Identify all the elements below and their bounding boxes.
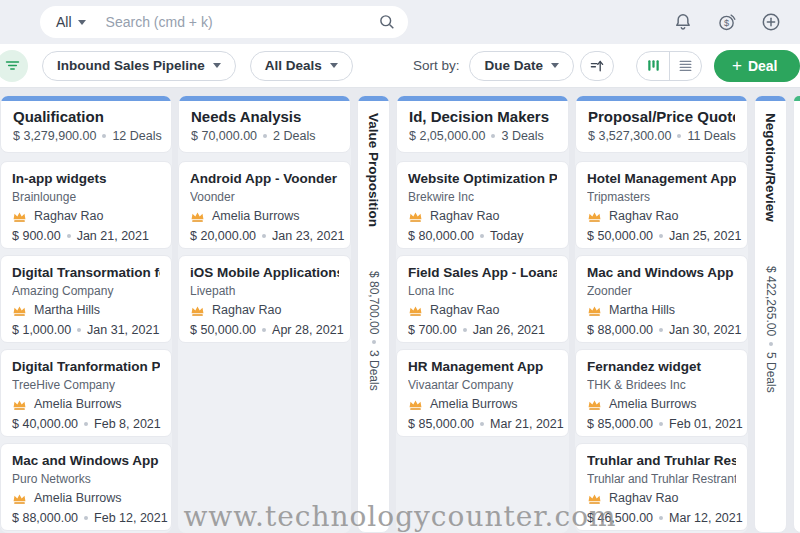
deal-card[interactable]: HR Management AppVivaantar CompanyAmelia…: [396, 349, 569, 437]
owner-crown-icon: [408, 304, 423, 317]
deal-owner: Martha Hills: [34, 303, 100, 317]
kanban-column-collapsed[interactable]: Value Proposition$ 80,700.003 Deals: [357, 95, 390, 533]
deal-amount: $ 20,000.00: [190, 229, 256, 243]
column-header[interactable]: Needs Analysis$ 70,000.002 Deals: [178, 95, 351, 153]
kanban-column-collapsed[interactable]: Negotion/Review$ 422,265.005 Deals: [754, 95, 787, 533]
deal-due-date: Jan 23, 2021: [272, 229, 344, 243]
deal-company: TreeHive Company: [12, 378, 160, 392]
owner-crown-icon: [12, 398, 27, 411]
column-title: Id, Decision Makers: [409, 108, 556, 125]
deal-title: Digital Tranformation Pr...: [12, 359, 160, 374]
column-amount: $ 80,700.00: [367, 271, 381, 334]
top-bar: All $: [0, 0, 800, 44]
plus-icon: +: [732, 57, 742, 74]
kanban-column-partial[interactable]: [793, 95, 800, 533]
deal-owner: Amelia Burrows: [609, 397, 697, 411]
column-title: Qualification: [13, 108, 159, 125]
owner-crown-icon: [190, 304, 205, 317]
kanban-column: Id, Decision Makers$ 2,05,000.003 DealsW…: [396, 95, 569, 533]
list-view-button[interactable]: [669, 52, 701, 80]
column-deal-count: 5 Deals: [764, 352, 778, 393]
column-deal-count: 12 Deals: [112, 129, 161, 143]
deal-amount: $ 40,000.00: [12, 417, 78, 431]
deal-company: Zoonder: [587, 284, 736, 298]
deal-title: Mac and Windows App f...: [12, 453, 160, 468]
deal-card[interactable]: Mac and Windows App f...Puro NetworksAme…: [0, 443, 172, 531]
column-amount: $ 3,527,300.00: [588, 129, 671, 143]
kanban-column: Needs Analysis$ 70,000.002 DealsAndroid …: [178, 95, 351, 533]
column-summary: $ 3,527,300.0011 Deals: [588, 129, 735, 143]
sort-field-label: Due Date: [484, 58, 543, 73]
deal-amount: $ 50,000.00: [587, 229, 653, 243]
column-header[interactable]: Proposal/Price Quote$ 3,527,300.0011 Dea…: [575, 95, 748, 153]
collapsed-column-body: Negotion/Review$ 422,265.005 Deals: [755, 101, 786, 521]
dot-separator-icon: [659, 422, 663, 426]
deal-due-date: Jan 21, 2021: [77, 229, 149, 243]
kanban-view-button[interactable]: [637, 52, 669, 80]
currency-icon[interactable]: $: [716, 11, 738, 33]
deal-card[interactable]: Truhlar and Truhlar Rest...Truhlar and T…: [575, 443, 748, 531]
deal-card[interactable]: Field Sales App - Loana IncLona IncRagha…: [396, 255, 569, 343]
pipeline-toolbar: Inbound Sales Pipeline All Deals Sort by…: [0, 44, 800, 88]
deal-card[interactable]: Android App - VoonderVoonderAmelia Burro…: [178, 161, 351, 249]
new-deal-button[interactable]: + Deal: [714, 50, 800, 82]
deal-owner: Amelia Burrows: [212, 209, 300, 223]
deal-title: Fernandez widget: [587, 359, 736, 374]
dot-separator-icon: [769, 342, 773, 346]
deal-owner: Raghav Rao: [430, 303, 500, 317]
svg-text:$: $: [724, 18, 729, 28]
column-deal-count: 3 Deals: [367, 350, 381, 391]
column-deal-count: 3 Deals: [501, 129, 543, 143]
search-icon[interactable]: [378, 13, 396, 31]
deal-card[interactable]: Mac and Windows AppZoonderMartha Hills$ …: [575, 255, 748, 343]
column-amount: $ 422,265.00: [764, 266, 778, 336]
deal-amount: $ 700.00: [408, 323, 457, 337]
deal-company: Brekwire Inc: [408, 190, 557, 204]
dot-separator-icon: [491, 134, 495, 138]
owner-crown-icon: [408, 210, 423, 223]
column-header[interactable]: Id, Decision Makers$ 2,05,000.003 Deals: [396, 95, 569, 153]
deals-filter-selector[interactable]: All Deals: [250, 51, 353, 81]
deal-owner: Martha Hills: [609, 303, 675, 317]
notifications-bell-icon[interactable]: [672, 11, 694, 33]
deal-amount: $ 900.00: [12, 229, 61, 243]
deal-title: Truhlar and Truhlar Rest...: [587, 453, 736, 468]
search-scope-dropdown[interactable]: All: [56, 14, 86, 30]
deal-due-date: Today: [490, 229, 523, 243]
dot-separator-icon: [102, 134, 106, 138]
global-search[interactable]: All: [40, 6, 408, 38]
deal-amount: $ 50,000.00: [190, 323, 256, 337]
add-plus-icon[interactable]: [760, 11, 782, 33]
filter-button[interactable]: [0, 50, 28, 82]
deal-company: THK & Bridees Inc: [587, 378, 736, 392]
deal-owner: Amelia Burrows: [430, 397, 518, 411]
column-cards-list: Android App - VoonderVoonderAmelia Burro…: [178, 161, 351, 343]
deal-card[interactable]: In-app widgetsBrainloungeRaghav Rao$ 900…: [0, 161, 172, 249]
deal-card[interactable]: Digital Transormation fo...Amazing Compa…: [0, 255, 172, 343]
dot-separator-icon: [262, 234, 266, 238]
owner-crown-icon: [12, 210, 27, 223]
column-header[interactable]: Qualification$ 3,279,900.0012 Deals: [0, 95, 172, 153]
deal-owner: Raghav Rao: [609, 491, 679, 505]
column-summary: $ 2,05,000.003 Deals: [409, 129, 556, 143]
dot-separator-icon: [480, 234, 484, 238]
dot-separator-icon: [480, 422, 484, 426]
column-amount: $ 3,279,900.00: [13, 129, 96, 143]
new-deal-button-label: Deal: [748, 58, 778, 74]
deal-card[interactable]: Fernandez widgetTHK & Bridees IncAmelia …: [575, 349, 748, 437]
deal-card[interactable]: Website Optimization Pr...Brekwire IncRa…: [396, 161, 569, 249]
deal-company: Truhlar and Truhlar Restrant: [587, 472, 736, 486]
column-summary: $ 422,265.005 Deals: [764, 266, 778, 393]
dot-separator-icon: [659, 328, 663, 332]
column-deal-count: 11 Deals: [687, 129, 735, 143]
deal-due-date: Feb 8, 2021: [94, 417, 161, 431]
deal-title: HR Management App: [408, 359, 557, 374]
deal-title: Field Sales App - Loana Inc: [408, 265, 557, 280]
sort-order-button[interactable]: [580, 51, 614, 81]
deal-card[interactable]: Digital Tranformation Pr...TreeHive Comp…: [0, 349, 172, 437]
search-input[interactable]: [106, 14, 372, 30]
deal-card[interactable]: Hotel Management AppTripmastersRaghav Ra…: [575, 161, 748, 249]
sort-field-selector[interactable]: Due Date: [469, 51, 574, 81]
pipeline-selector[interactable]: Inbound Sales Pipeline: [42, 51, 236, 81]
deal-card[interactable]: iOS Mobile Applications...LivepathRaghav…: [178, 255, 351, 343]
